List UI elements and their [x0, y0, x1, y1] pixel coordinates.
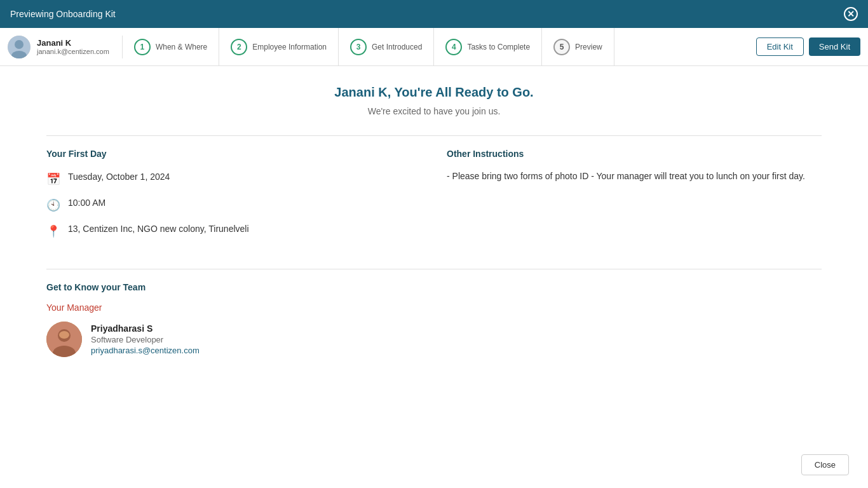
step-5-num: 5 [553, 39, 570, 55]
step-4-num: 4 [445, 39, 462, 55]
app-title: Previewing Onboarding Kit [10, 9, 116, 19]
step-3-num: 3 [350, 39, 367, 55]
welcome-title: Janani K, You're All Ready to Go. [46, 85, 822, 100]
manager-card: Priyadharasi S Software Developer priyad… [46, 322, 822, 357]
other-instructions-section: Other Instructions - Please bring two fo… [447, 149, 822, 250]
step-2-label: Employee Information [252, 43, 327, 51]
top-bar: Previewing Onboarding Kit ✕ [0, 0, 868, 28]
svg-point-6 [59, 331, 69, 339]
content-inner: Janani K, You're All Ready to Go. We're … [21, 66, 847, 383]
edit-kit-button[interactable]: Edit Kit [756, 37, 804, 56]
step-4[interactable]: 4 Tasks to Complete [434, 28, 542, 66]
user-email: janani.k@centizen.com [37, 48, 109, 55]
step-2-num: 2 [231, 39, 247, 55]
divider-2 [46, 269, 822, 269]
manager-role: Software Developer [91, 335, 200, 344]
step-3-label: Get Introduced [372, 43, 422, 51]
main-content: Janani K, You're All Ready to Go. We're … [0, 66, 868, 488]
manager-name: Priyadharasi S [91, 323, 200, 334]
date-text: Tuesday, October 1, 2024 [68, 172, 170, 182]
step-4-label: Tasks to Complete [467, 43, 530, 51]
clock-icon: 🕙 [46, 198, 60, 212]
manager-details: Priyadharasi S Software Developer priyad… [91, 323, 200, 355]
manager-avatar-img [46, 322, 82, 357]
close-button-wrap: Close [801, 454, 849, 475]
other-instructions-text: - Please bring two forms of photo ID - Y… [447, 169, 822, 183]
close-button[interactable]: Close [801, 454, 849, 475]
user-details: Janani K janani.k@centizen.com [37, 38, 109, 55]
two-col-section: Your First Day 📅 Tuesday, October 1, 202… [46, 149, 822, 250]
step-3[interactable]: 3 Get Introduced [339, 28, 434, 66]
location-icon: 📍 [46, 224, 60, 238]
step-1-label: When & Where [156, 43, 207, 51]
step-1[interactable]: 1 When & Where [123, 28, 219, 66]
first-day-title: Your First Day [46, 149, 421, 159]
manager-label: Your Manager [46, 302, 822, 313]
avatar [8, 36, 31, 58]
step-5-label: Preview [575, 43, 602, 51]
calendar-icon: 📅 [46, 172, 60, 186]
first-day-section: Your First Day 📅 Tuesday, October 1, 202… [46, 149, 421, 250]
step-5[interactable]: 5 Preview [542, 28, 614, 66]
manager-email: priyadharasi.s@centizen.com [91, 346, 200, 355]
steps-container: 1 When & Where 2 Employee Information 3 … [123, 28, 746, 66]
user-info: Janani K janani.k@centizen.com [8, 36, 123, 58]
team-section-title: Get to Know your Team [46, 282, 822, 292]
step-2[interactable]: 2 Employee Information [219, 28, 339, 66]
location-text: 13, Centizen Inc, NGO new colony, Tirune… [68, 224, 249, 234]
top-close-button[interactable]: ✕ [844, 7, 858, 21]
action-buttons: Edit Kit Send Kit [746, 37, 860, 56]
other-instructions-title: Other Instructions [447, 149, 822, 159]
svg-point-1 [15, 40, 24, 49]
welcome-subtitle: We're excited to have you join us. [46, 106, 822, 116]
time-row: 🕙 10:00 AM [46, 198, 421, 212]
team-section: Get to Know your Team Your Manager Priya… [46, 282, 822, 357]
step-1-num: 1 [134, 39, 151, 55]
date-row: 📅 Tuesday, October 1, 2024 [46, 172, 421, 186]
divider-1 [46, 135, 822, 136]
user-name: Janani K [37, 38, 109, 48]
time-text: 10:00 AM [68, 198, 105, 208]
manager-avatar [46, 322, 82, 357]
send-kit-button[interactable]: Send Kit [809, 37, 860, 56]
location-row: 📍 13, Centizen Inc, NGO new colony, Tiru… [46, 224, 421, 238]
step-nav-bar: Janani K janani.k@centizen.com 1 When & … [0, 28, 868, 66]
